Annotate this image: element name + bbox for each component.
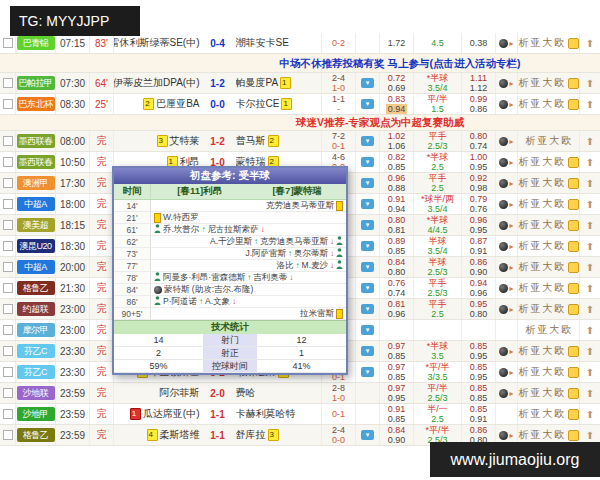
video-icon[interactable]: ▾ xyxy=(361,262,374,272)
link-european[interactable]: 欧 xyxy=(555,97,565,111)
link-overunder[interactable]: 大 xyxy=(543,197,553,211)
link-analysis[interactable]: 析 xyxy=(519,97,529,111)
link-asian[interactable]: 亚 xyxy=(531,344,541,358)
pin-top-icon[interactable]: ⬆ xyxy=(586,388,594,399)
link-analysis[interactable]: 析 xyxy=(519,302,529,316)
member-icon[interactable] xyxy=(568,99,579,110)
member-icon[interactable] xyxy=(568,241,579,252)
link-analysis[interactable]: 析 xyxy=(519,197,529,211)
promo-banner[interactable]: 中场不休推荐投稿有奖 马上参与(点击进入活动专栏) xyxy=(0,54,600,73)
link-european[interactable]: 欧 xyxy=(555,36,565,50)
soccer-ball-icon[interactable] xyxy=(499,137,508,146)
row-checkbox[interactable] xyxy=(3,430,13,440)
link-asian[interactable]: 亚 xyxy=(531,281,541,295)
link-european[interactable]: 欧 xyxy=(555,407,565,421)
away-team[interactable]: 舒库拉 xyxy=(236,428,266,442)
link-asian[interactable]: 亚 xyxy=(531,428,541,442)
home-team[interactable]: 克雷休利斯绿蒂SE(中) xyxy=(114,36,200,50)
link-asian[interactable]: 亚 xyxy=(531,386,541,400)
play-arrow-icon[interactable]: ▸ xyxy=(509,431,513,440)
link-analysis[interactable]: 析 xyxy=(519,76,529,90)
pin-top-icon[interactable]: ⬆ xyxy=(586,220,594,231)
row-checkbox[interactable] xyxy=(3,38,13,48)
link-european[interactable]: 欧 xyxy=(555,344,565,358)
pin-top-icon[interactable]: ⬆ xyxy=(586,99,594,110)
play-arrow-icon[interactable]: ▸ xyxy=(509,221,513,230)
link-european[interactable]: 欧 xyxy=(562,134,572,148)
row-checkbox[interactable] xyxy=(3,283,13,293)
member-icon[interactable] xyxy=(568,283,579,294)
link-overunder[interactable]: 大 xyxy=(543,281,553,295)
video-icon[interactable]: ▾ xyxy=(361,136,374,146)
link-european[interactable]: 欧 xyxy=(555,176,565,190)
soccer-ball-icon[interactable] xyxy=(499,200,508,209)
video-icon[interactable]: ▾ xyxy=(361,199,374,209)
member-icon[interactable] xyxy=(568,38,579,49)
link-asian[interactable]: 亚 xyxy=(531,197,541,211)
row-checkbox[interactable] xyxy=(3,99,13,109)
home-team[interactable]: 阿尔菲斯 xyxy=(160,386,200,400)
away-team[interactable]: 普马斯 xyxy=(236,134,266,148)
pin-top-icon[interactable]: ⬆ xyxy=(586,199,594,210)
soccer-ball-icon[interactable] xyxy=(499,305,508,314)
link-analysis[interactable]: 析 xyxy=(526,134,536,148)
pin-top-icon[interactable]: ⬆ xyxy=(586,409,594,420)
link-analysis[interactable]: 析 xyxy=(519,428,529,442)
link-overunder[interactable]: 大 xyxy=(543,302,553,316)
link-asian[interactable]: 亚 xyxy=(531,76,541,90)
link-asian[interactable]: 亚 xyxy=(538,134,548,148)
link-asian[interactable]: 亚 xyxy=(531,155,541,169)
link-overunder[interactable]: 大 xyxy=(543,36,553,50)
link-overunder[interactable]: 大 xyxy=(543,239,553,253)
soccer-ball-icon[interactable] xyxy=(499,79,508,88)
member-icon[interactable] xyxy=(568,78,579,89)
member-icon[interactable] xyxy=(568,367,579,378)
promo-banner[interactable]: 球迷V推荐-专家观点为中超复赛助威 xyxy=(0,115,600,131)
video-icon[interactable]: ▾ xyxy=(361,99,374,109)
link-overunder[interactable]: 大 xyxy=(543,386,553,400)
play-arrow-icon[interactable]: ▸ xyxy=(509,39,513,48)
play-arrow-icon[interactable]: ▸ xyxy=(509,200,513,209)
away-team[interactable]: 费哈 xyxy=(236,386,256,400)
pin-top-icon[interactable]: ⬆ xyxy=(586,241,594,252)
link-overunder[interactable]: 大 xyxy=(543,218,553,232)
link-european[interactable]: 欧 xyxy=(555,302,565,316)
home-team[interactable]: 柔斯塔维 xyxy=(160,428,200,442)
link-analysis[interactable]: 析 xyxy=(519,344,529,358)
soccer-ball-icon[interactable] xyxy=(499,389,508,398)
play-arrow-icon[interactable]: ▸ xyxy=(509,100,513,109)
pin-top-icon[interactable]: ⬆ xyxy=(586,136,594,147)
play-arrow-icon[interactable]: ▸ xyxy=(509,389,513,398)
link-overunder[interactable]: 大 xyxy=(543,76,553,90)
member-icon[interactable] xyxy=(568,388,579,399)
link-analysis[interactable]: 析 xyxy=(519,176,529,190)
link-asian[interactable]: 亚 xyxy=(531,239,541,253)
play-arrow-icon[interactable]: ▸ xyxy=(509,79,513,88)
link-asian[interactable]: 亚 xyxy=(531,97,541,111)
link-european[interactable]: 欧 xyxy=(555,260,565,274)
link-asian[interactable]: 亚 xyxy=(531,302,541,316)
video-icon[interactable]: ▾ xyxy=(361,346,374,356)
away-team[interactable]: 帕曼度PA xyxy=(236,76,279,90)
play-arrow-icon[interactable]: ▸ xyxy=(509,137,513,146)
row-checkbox[interactable] xyxy=(3,304,13,314)
member-icon[interactable] xyxy=(568,199,579,210)
link-analysis[interactable]: 析 xyxy=(519,407,529,421)
row-checkbox[interactable] xyxy=(3,178,13,188)
link-overunder[interactable]: 大 xyxy=(550,323,560,337)
pin-top-icon[interactable]: ⬆ xyxy=(586,283,594,294)
pin-top-icon[interactable]: ⬆ xyxy=(586,178,594,189)
row-checkbox[interactable] xyxy=(3,388,13,398)
play-arrow-icon[interactable]: ▸ xyxy=(509,305,513,314)
row-checkbox[interactable] xyxy=(3,346,13,356)
pin-top-icon[interactable]: ⬆ xyxy=(586,430,594,441)
link-analysis[interactable]: 析 xyxy=(526,323,536,337)
video-icon[interactable]: ▾ xyxy=(361,367,374,377)
soccer-ball-icon[interactable] xyxy=(499,284,508,293)
soccer-ball-icon[interactable] xyxy=(499,347,508,356)
row-checkbox[interactable] xyxy=(3,325,13,335)
link-european[interactable]: 欧 xyxy=(555,239,565,253)
soccer-ball-icon[interactable] xyxy=(499,368,508,377)
video-icon[interactable]: ▾ xyxy=(361,304,374,314)
link-analysis[interactable]: 析 xyxy=(519,281,529,295)
